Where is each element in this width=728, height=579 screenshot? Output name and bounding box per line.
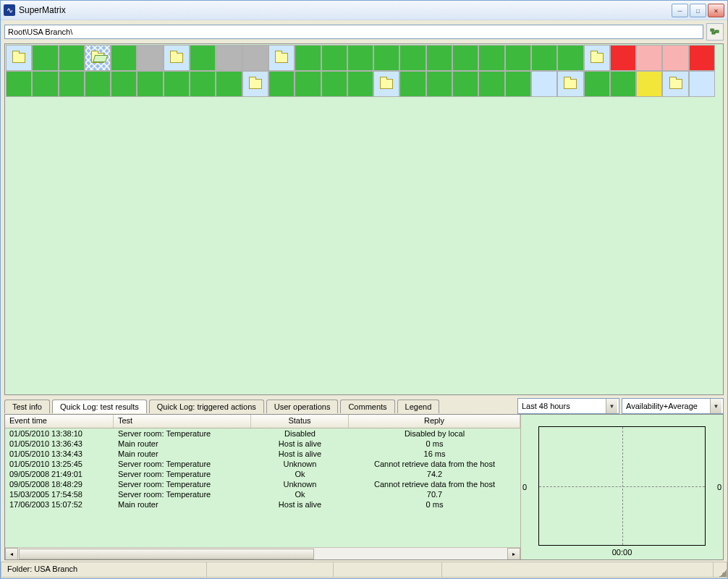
grid-cell[interactable] xyxy=(137,45,163,71)
x-axis-label: 00:00 xyxy=(538,546,706,557)
maximize-button[interactable]: ☐ xyxy=(690,4,706,17)
grid-cell[interactable] xyxy=(505,71,531,97)
tab-comments[interactable]: Comments xyxy=(340,400,394,413)
grid-cell[interactable] xyxy=(216,71,242,97)
grid-cell[interactable] xyxy=(190,71,216,97)
chevron-down-icon: ▼ xyxy=(710,399,721,413)
grid-cell[interactable] xyxy=(662,71,688,97)
grid-cell[interactable] xyxy=(610,45,636,71)
grid-cell[interactable] xyxy=(347,71,373,97)
col-event-time[interactable]: Event time xyxy=(5,415,114,428)
log-cell: Disabled by local xyxy=(349,428,520,439)
grid-cell[interactable] xyxy=(295,45,321,71)
grid-cell[interactable] xyxy=(268,71,295,97)
minimize-button[interactable]: ― xyxy=(672,4,688,17)
grid-cell[interactable] xyxy=(164,71,190,97)
statusbar: Folder: USA Branch xyxy=(1,562,727,578)
grid-cell[interactable] xyxy=(85,45,111,71)
grid-cell[interactable] xyxy=(399,45,426,71)
grid-cell[interactable] xyxy=(662,45,688,71)
grid-cell[interactable] xyxy=(111,71,137,97)
tab-user-ops[interactable]: User operations xyxy=(266,400,339,413)
grid-cell[interactable] xyxy=(59,45,85,71)
log-cell: 0 ms xyxy=(349,439,520,449)
grid-cell[interactable] xyxy=(111,45,137,71)
log-row[interactable]: 15/03/2005 17:54:58Server room: Temperat… xyxy=(5,489,520,499)
chevron-down-icon: ▼ xyxy=(606,399,617,413)
grid-cell[interactable] xyxy=(399,71,426,97)
grid-cell[interactable] xyxy=(321,45,347,71)
grid-cell[interactable] xyxy=(584,45,610,71)
grid-cell[interactable] xyxy=(321,71,347,97)
grid-cell[interactable] xyxy=(689,45,715,71)
grid-cell[interactable] xyxy=(137,71,163,97)
tab-quick-log-results[interactable]: Quick Log: test results xyxy=(52,400,147,413)
grid-cell[interactable] xyxy=(164,45,190,71)
pathbar xyxy=(1,20,727,43)
log-row[interactable]: 09/05/2008 18:48:29Server room: Temperat… xyxy=(5,479,520,489)
grid-cell[interactable] xyxy=(557,71,583,97)
log-row[interactable]: 01/05/2010 13:34:43Main routerHost is al… xyxy=(5,449,520,459)
log-row[interactable]: 01/05/2010 13:38:10Server room: Temperat… xyxy=(5,428,520,439)
grid-cell[interactable] xyxy=(452,45,478,71)
grid-cell[interactable] xyxy=(636,45,662,71)
grid-cell[interactable] xyxy=(6,45,32,71)
grid-cell[interactable] xyxy=(347,45,373,71)
grid-cell[interactable] xyxy=(85,71,111,97)
log-cell: Host is alive xyxy=(251,439,349,449)
grid-cell[interactable] xyxy=(268,45,295,71)
grid-cell[interactable] xyxy=(610,71,636,97)
col-reply[interactable]: Reply xyxy=(349,415,520,428)
grid-cell[interactable] xyxy=(59,71,85,97)
close-button[interactable]: ✕ xyxy=(708,4,724,17)
resize-grip[interactable] xyxy=(714,562,727,578)
grid-cell[interactable] xyxy=(557,45,583,71)
path-browse-button[interactable] xyxy=(706,23,724,41)
grid-cell[interactable] xyxy=(452,71,478,97)
grid-cell[interactable] xyxy=(242,45,268,71)
log-row[interactable]: 09/05/2008 21:49:01Server room: Temperat… xyxy=(5,469,520,479)
grid-cell[interactable] xyxy=(689,71,715,97)
matrix-grid[interactable] xyxy=(4,43,724,395)
grid-cell[interactable] xyxy=(32,71,58,97)
grid-cell[interactable] xyxy=(373,71,399,97)
grid-cell[interactable] xyxy=(478,45,504,71)
grid-cell[interactable] xyxy=(216,45,242,71)
tabs-bar: Test infoQuick Log: test resultsQuick Lo… xyxy=(4,398,724,414)
grid-cell[interactable] xyxy=(242,71,268,97)
col-status[interactable]: Status xyxy=(251,415,349,428)
log-cell: Unknown xyxy=(251,479,349,489)
grid-cell[interactable] xyxy=(426,45,452,71)
tab-quick-log-actions[interactable]: Quick Log: triggered actions xyxy=(149,400,264,413)
grid-cell[interactable] xyxy=(478,71,504,97)
folder-icon xyxy=(669,79,682,89)
grid-cell[interactable] xyxy=(505,45,531,71)
folder-icon xyxy=(591,53,604,63)
grid-cell[interactable] xyxy=(531,45,557,71)
grid-cell[interactable] xyxy=(32,45,58,71)
grid-cell[interactable] xyxy=(584,71,610,97)
scroll-right-button[interactable]: ▸ xyxy=(507,548,520,560)
grid-cell[interactable] xyxy=(636,71,662,97)
grid-cell[interactable] xyxy=(6,71,32,97)
path-input[interactable] xyxy=(4,25,703,39)
tab-test-info[interactable]: Test info xyxy=(4,400,50,413)
scroll-track[interactable] xyxy=(18,549,507,559)
tab-legend[interactable]: Legend xyxy=(397,400,440,413)
log-cell: Server room: Temperature xyxy=(114,428,251,439)
chart-plot-area[interactable] xyxy=(538,426,706,546)
grid-cell[interactable] xyxy=(295,71,321,97)
grid-cell[interactable] xyxy=(190,45,216,71)
log-row[interactable]: 01/05/2010 13:36:43Main routerHost is al… xyxy=(5,439,520,449)
col-test[interactable]: Test xyxy=(114,415,251,428)
time-range-select[interactable]: Last 48 hours ▼ xyxy=(517,398,619,414)
grid-cell[interactable] xyxy=(531,71,557,97)
grid-cell[interactable] xyxy=(426,71,452,97)
log-row[interactable]: 17/06/2003 15:07:52Main routerHost is al… xyxy=(5,499,520,510)
horizontal-scrollbar[interactable]: ◂ ▸ xyxy=(5,547,520,559)
log-row[interactable]: 01/05/2010 13:25:45Server room: Temperat… xyxy=(5,459,520,469)
scroll-thumb[interactable] xyxy=(19,549,314,559)
grid-cell[interactable] xyxy=(373,45,399,71)
metric-select[interactable]: Availability+Average ▼ xyxy=(622,398,724,414)
scroll-left-button[interactable]: ◂ xyxy=(5,548,18,560)
